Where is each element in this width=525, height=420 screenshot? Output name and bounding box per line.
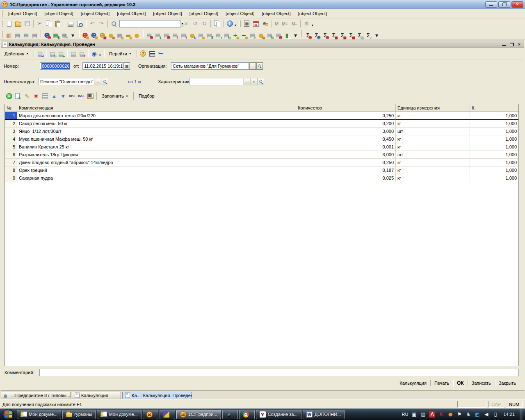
tray-volume-icon[interactable]: ◀ xyxy=(483,411,489,418)
post-document-icon[interactable]: ▤↵ xyxy=(36,50,44,57)
tray-app-icon[interactable]: ♞ xyxy=(465,411,471,418)
table-row[interactable]: 7 Джем плодово-ягодный "абрикос" 14кг/ве… xyxy=(5,159,518,167)
chevron-down-icon[interactable]: ▼ xyxy=(234,24,237,27)
taskbar-chrome[interactable] xyxy=(239,410,255,419)
toolbar2-icon[interactable]: ▾ xyxy=(69,31,77,39)
find-previous-icon[interactable]: ↻ xyxy=(200,20,208,28)
k-cell[interactable]: 1,000 xyxy=(470,151,518,159)
taskbar-yandex-browser[interactable]: Создание за... xyxy=(256,410,301,419)
restore-button[interactable] xyxy=(498,1,510,8)
child-close-button[interactable]: × xyxy=(518,42,520,47)
k-cell[interactable]: 1,000 xyxy=(470,174,518,182)
table-row[interactable]: 6 Разрыхлитель 18гр Цукория 3,000 шт 1,0… xyxy=(5,151,518,159)
column-header-unit[interactable]: Единица измерения xyxy=(396,104,470,112)
unit-cell[interactable]: кг xyxy=(396,167,470,174)
clear-search-icon[interactable]: × xyxy=(182,20,190,28)
toolbar2-icon[interactable]: ▤ xyxy=(14,31,21,39)
print-icon[interactable] xyxy=(66,20,75,28)
taskbar-word-document[interactable]: ДОПОЛНИ... xyxy=(303,410,345,419)
row-number-cell[interactable]: 1 xyxy=(5,112,17,120)
add-row-icon[interactable]: + xyxy=(5,92,13,100)
toolbar2-icon[interactable]: Σ▤ xyxy=(356,31,363,39)
toolbar-grip[interactable] xyxy=(2,31,3,38)
search-combobox[interactable]: ▼ xyxy=(119,20,181,27)
calendar-picker-button[interactable]: ▦ xyxy=(123,62,130,70)
table-row[interactable]: 2 Сахар песок меш. 50 кг 0,200 кг 1,000 xyxy=(5,120,518,128)
taskbar-gurmany-folder[interactable]: гурманы xyxy=(62,410,96,419)
taskbar-my-documents-2[interactable]: Мои докуме... xyxy=(97,410,141,419)
barcode-icon[interactable] xyxy=(86,92,94,100)
chevron-down-icon[interactable]: ▼ xyxy=(98,54,101,57)
tray-network-icon[interactable]: ▯ xyxy=(492,411,498,418)
window-tab[interactable]: Калькуляция xyxy=(72,392,121,399)
toolbar2-icon[interactable]: ▦✎ xyxy=(60,31,68,39)
toolbar2-icon[interactable]: ▬● xyxy=(124,31,132,39)
toolbar2-icon[interactable]: ▤↻ xyxy=(223,31,231,39)
unit-cell[interactable]: кг xyxy=(396,135,470,143)
toolbar2-icon[interactable]: ▮▤ xyxy=(283,31,291,39)
row-number-cell[interactable]: 3 xyxy=(5,128,17,135)
toolbar2-icon[interactable]: ▥ xyxy=(5,31,13,39)
child-minimize-button[interactable] xyxy=(502,43,506,46)
component-cell[interactable]: Разрыхлитель 18гр Цукория xyxy=(17,151,296,159)
characteristic-field[interactable] xyxy=(189,78,243,85)
row-list-icon[interactable] xyxy=(148,50,156,58)
toolbar2-icon[interactable]: Σ■ xyxy=(347,31,355,39)
column-header-num[interactable]: № xyxy=(5,104,17,112)
create-based-on-icon[interactable]: ◉ xyxy=(90,50,98,57)
receipt-document-icon[interactable]: ▤↓ xyxy=(69,50,77,57)
row-number-cell[interactable]: 5 xyxy=(5,143,17,151)
toolbar2-icon[interactable]: ☻■ xyxy=(90,31,98,39)
menu-item[interactable]: [object Object] xyxy=(186,10,222,17)
quantity-cell[interactable]: 0,025 xyxy=(296,174,396,182)
nomenclature-field[interactable]: Печенье "Осиное гнездо" xyxy=(39,78,94,85)
show-desktop-button[interactable] xyxy=(520,409,523,420)
help-icon[interactable]: ? xyxy=(139,50,147,58)
unit-cell[interactable]: кг xyxy=(396,174,470,182)
footer-button[interactable]: Закрыть xyxy=(495,380,520,386)
quantity-cell[interactable]: 0,187 xyxy=(296,167,396,174)
toolbar2-icon[interactable]: ▤↑ xyxy=(180,31,187,39)
find-next-icon[interactable]: ↺ xyxy=(191,20,199,28)
copy-icon[interactable] xyxy=(45,20,53,28)
toolbar2-icon[interactable]: ▤↓ xyxy=(154,31,162,39)
row-number-cell[interactable]: 2 xyxy=(5,120,17,128)
start-button[interactable] xyxy=(1,409,16,420)
row-number-cell[interactable]: 7 xyxy=(5,159,17,167)
toolbar2-icon[interactable]: Σ☻ xyxy=(321,31,329,39)
toolbar2-icon[interactable]: Σ☻ xyxy=(304,31,312,39)
unit-cell[interactable]: кг xyxy=(396,143,470,151)
search-input[interactable] xyxy=(120,21,180,26)
menu-item[interactable]: [object Object] xyxy=(149,10,185,17)
toolbar2-icon[interactable] xyxy=(300,30,303,37)
tray-punto-icon[interactable]: A xyxy=(429,411,435,418)
toolbar2-icon[interactable]: +● xyxy=(231,31,239,39)
taskbar-my-documents-1[interactable]: Мои докуме... xyxy=(17,410,61,419)
number-field[interactable]: 00000000026 xyxy=(40,62,70,70)
menu-item[interactable]: [object Object] xyxy=(77,10,113,17)
toolbar2-icon[interactable]: ▤☻ xyxy=(274,31,282,39)
toolbar2-icon[interactable]: ●● xyxy=(257,31,265,39)
toolbar-grip[interactable] xyxy=(240,21,241,27)
toolbar2-icon[interactable]: ▤Σ xyxy=(205,31,213,39)
footer-button[interactable]: ОК xyxy=(453,379,468,387)
tray-program-icon[interactable]: ◩ xyxy=(474,411,480,418)
checkbox-list-icon[interactable] xyxy=(157,50,165,58)
refresh-icon[interactable]: ▤↻ xyxy=(48,50,56,57)
k-cell[interactable]: 1,000 xyxy=(470,112,518,120)
toolbar2-icon[interactable] xyxy=(78,30,80,37)
ellipsis-button[interactable]: ... xyxy=(244,78,250,85)
toolbar2-icon[interactable]: ● xyxy=(133,31,141,39)
undo-icon[interactable]: ↶ xyxy=(88,20,96,28)
toolbar2-icon[interactable]: ▤☻ xyxy=(162,31,170,39)
sort-ascending-icon[interactable]: АЯ xyxy=(68,92,76,100)
component-cell[interactable]: Сахар песок меш. 50 кг xyxy=(17,120,296,128)
date-field[interactable]: 11.02.2015 16:19:10 xyxy=(82,62,123,70)
child-restore-button[interactable] xyxy=(510,43,514,46)
taskbar-app-small[interactable] xyxy=(160,410,175,419)
quantity-cell[interactable]: 3,000 xyxy=(296,151,396,159)
toolbar-grip[interactable] xyxy=(2,10,3,17)
k-cell[interactable]: 1,000 xyxy=(470,135,518,143)
actions-button[interactable]: Действия▼ xyxy=(1,50,32,58)
toolbar2-icon[interactable]: ▾ xyxy=(373,31,381,39)
